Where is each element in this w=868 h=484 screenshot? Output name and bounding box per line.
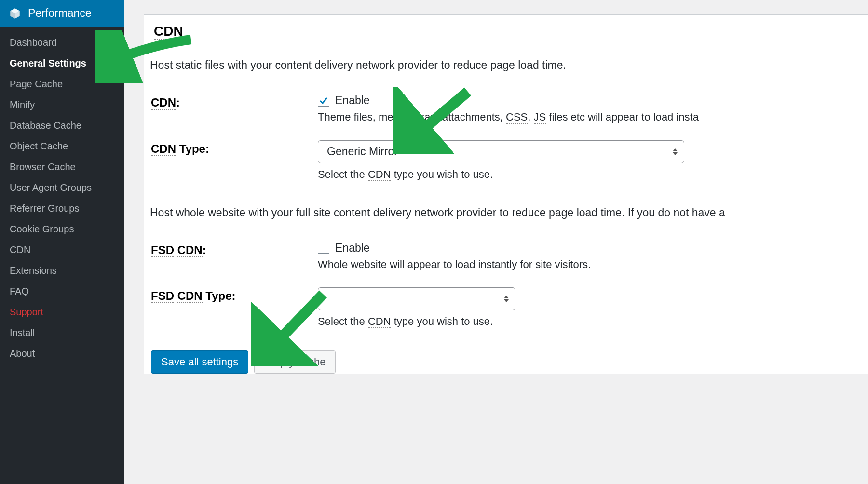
save-all-settings-button[interactable]: Save all settings bbox=[151, 350, 248, 374]
cdn-enable-checkbox-label: Enable bbox=[335, 94, 370, 107]
main-content: CDN Host static files with your content … bbox=[124, 0, 868, 484]
sidebar-item-support[interactable]: Support bbox=[0, 302, 124, 323]
fsd-cdn-type-label: FSD CDN Type: bbox=[144, 287, 318, 303]
sidebar-item-faq[interactable]: FAQ bbox=[0, 281, 124, 302]
cdn-enable-checkbox[interactable] bbox=[318, 95, 329, 107]
cdn-type-help: Select the CDN type you wish to use. bbox=[318, 167, 868, 182]
row-cdn-enable: CDN: Enable Theme files, media library a… bbox=[144, 86, 868, 133]
sidebar-item-general-settings[interactable]: General Settings bbox=[0, 53, 124, 74]
empty-cache-button[interactable]: Empty cache bbox=[254, 350, 336, 374]
fsd-cdn-enable-label: FSD CDN: bbox=[144, 242, 318, 257]
fsd-cdn-type-help: Select the CDN type you wish to use. bbox=[318, 314, 868, 329]
fsd-cdn-enable-checkbox[interactable] bbox=[318, 242, 329, 254]
cdn-enable-label: CDN: bbox=[144, 94, 318, 109]
sidebar-item-minify[interactable]: Minify bbox=[0, 94, 124, 115]
cdn-intro-2: Host whole website with your full site c… bbox=[147, 190, 868, 224]
section-title: CDN bbox=[144, 15, 868, 46]
fsd-cdn-enable-checkbox-label: Enable bbox=[335, 242, 370, 255]
sidebar-header-title: Performance bbox=[28, 7, 92, 20]
fsd-cdn-type-select[interactable] bbox=[318, 287, 515, 310]
sidebar-item-page-cache[interactable]: Page Cache bbox=[0, 74, 124, 94]
cdn-panel: CDN Host static files with your content … bbox=[144, 14, 868, 374]
sidebar-item-referrer-groups[interactable]: Referrer Groups bbox=[0, 198, 124, 219]
sidebar-menu: Dashboard General Settings Page Cache Mi… bbox=[0, 27, 124, 364]
fsd-cdn-enable-help: Whole website will appear to load instan… bbox=[318, 257, 868, 272]
row-cdn-type: CDN Type: Generic Mirror Select the CDN … bbox=[144, 133, 868, 190]
cdn-intro: Host static files with your content deli… bbox=[147, 46, 868, 77]
performance-cube-icon bbox=[9, 7, 21, 20]
sidebar-header[interactable]: Performance bbox=[0, 0, 124, 27]
row-fsd-cdn-enable: FSD CDN: Enable Whole website will appea… bbox=[144, 234, 868, 280]
sidebar-item-extensions[interactable]: Extensions bbox=[0, 260, 124, 281]
cdn-type-label: CDN Type: bbox=[144, 140, 318, 156]
sidebar-item-install[interactable]: Install bbox=[0, 323, 124, 343]
sidebar-item-object-cache[interactable]: Object Cache bbox=[0, 136, 124, 157]
cdn-enable-help: Theme files, media library attachments, … bbox=[318, 110, 868, 125]
sidebar: Performance Dashboard General Settings P… bbox=[0, 0, 124, 484]
sidebar-item-browser-cache[interactable]: Browser Cache bbox=[0, 157, 124, 177]
sidebar-item-cdn[interactable]: CDN bbox=[0, 240, 124, 260]
sidebar-item-database-cache[interactable]: Database Cache bbox=[0, 115, 124, 136]
sidebar-item-cookie-groups[interactable]: Cookie Groups bbox=[0, 219, 124, 240]
sidebar-item-about[interactable]: About bbox=[0, 343, 124, 364]
sidebar-item-user-agent-groups[interactable]: User Agent Groups bbox=[0, 177, 124, 198]
cdn-type-select[interactable]: Generic Mirror bbox=[318, 140, 684, 163]
row-fsd-cdn-type: FSD CDN Type: Select the CDN type you wi… bbox=[144, 280, 868, 337]
sidebar-item-dashboard[interactable]: Dashboard bbox=[0, 32, 124, 53]
button-row: Save all settings Empty cache bbox=[144, 337, 868, 374]
